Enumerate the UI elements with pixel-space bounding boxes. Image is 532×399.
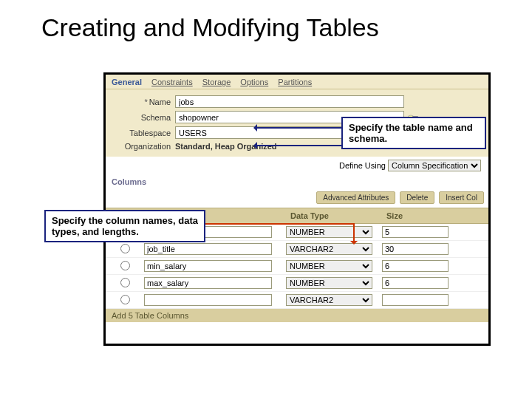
table-row: VARCHAR2 bbox=[106, 292, 488, 309]
table-row: NUMBER bbox=[106, 275, 488, 292]
tab-storage[interactable]: Storage bbox=[202, 78, 231, 89]
row-select-radio[interactable] bbox=[120, 278, 130, 287]
row-select-radio[interactable] bbox=[120, 295, 130, 304]
col-type-header: Data Type bbox=[286, 208, 382, 223]
app-window: General Constraints Storage Options Part… bbox=[103, 72, 491, 346]
tab-bar: General Constraints Storage Options Part… bbox=[106, 75, 488, 89]
delete-button[interactable]: Delete bbox=[400, 191, 434, 204]
columns-section-header: Columns bbox=[106, 174, 488, 188]
organization-label: Organization bbox=[113, 142, 175, 151]
column-name-input[interactable] bbox=[144, 243, 272, 255]
row-select-radio[interactable] bbox=[120, 261, 130, 270]
organization-value: Standard, Heap Organized bbox=[175, 142, 277, 151]
col-size-header: Size bbox=[382, 208, 456, 223]
page-title: Creating and Modifying Tables bbox=[41, 13, 532, 42]
data-type-select[interactable]: NUMBER bbox=[286, 277, 372, 289]
data-type-select[interactable]: VARCHAR2 bbox=[286, 294, 372, 306]
tab-options[interactable]: Options bbox=[240, 78, 268, 89]
size-input[interactable] bbox=[382, 260, 449, 272]
column-name-input[interactable] bbox=[144, 260, 272, 272]
column-name-input[interactable] bbox=[144, 294, 272, 306]
insert-column-button[interactable]: Insert Col bbox=[439, 191, 484, 204]
name-input[interactable] bbox=[175, 95, 404, 108]
table-row: VARCHAR2 bbox=[106, 241, 488, 258]
define-using-row: Define Using Column Specification bbox=[106, 157, 488, 174]
arrow-to-schema bbox=[256, 145, 341, 146]
column-name-input[interactable] bbox=[144, 277, 272, 289]
callout-table-schema: Specify the table name and schema. bbox=[341, 117, 486, 149]
arrow-to-name bbox=[256, 127, 341, 129]
table-row: NUMBER bbox=[106, 258, 488, 275]
tablespace-label: Tablespace bbox=[113, 129, 175, 137]
column-toolbar: Advanced Attributes Delete Insert Col bbox=[106, 188, 488, 208]
callout-column-defs: Specify the column names, data types, an… bbox=[44, 210, 205, 242]
add-columns-link[interactable]: Add 5 Table Columns bbox=[106, 309, 488, 322]
data-type-select[interactable]: NUMBER bbox=[286, 226, 372, 238]
size-input[interactable] bbox=[382, 294, 449, 306]
name-label: *Name bbox=[113, 98, 175, 106]
tab-general[interactable]: General bbox=[112, 78, 142, 89]
advanced-attributes-button[interactable]: Advanced Attributes bbox=[316, 191, 395, 204]
row-select-radio[interactable] bbox=[120, 244, 130, 253]
size-input[interactable] bbox=[382, 243, 449, 255]
size-input[interactable] bbox=[382, 277, 449, 289]
define-using-label: Define Using bbox=[339, 161, 386, 170]
tab-partitions[interactable]: Partitions bbox=[278, 78, 312, 89]
define-using-select[interactable]: Column Specification bbox=[388, 160, 481, 171]
data-type-select[interactable]: NUMBER bbox=[286, 260, 372, 272]
size-input[interactable] bbox=[382, 226, 449, 238]
tab-constraints[interactable]: Constraints bbox=[151, 78, 193, 89]
schema-label: Schema bbox=[113, 113, 175, 122]
data-type-select[interactable]: VARCHAR2 bbox=[286, 243, 372, 255]
